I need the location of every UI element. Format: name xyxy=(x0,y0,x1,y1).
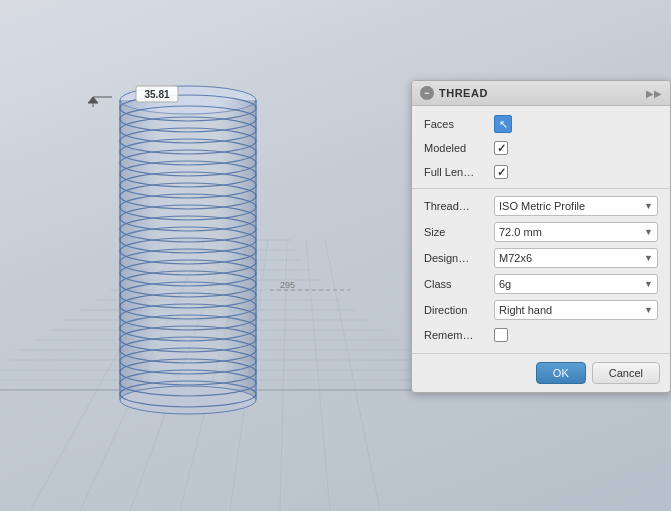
designation-arrow-icon: ▼ xyxy=(644,253,653,263)
faces-label: Faces xyxy=(424,118,494,130)
direction-arrow-icon: ▼ xyxy=(644,305,653,315)
svg-point-55 xyxy=(120,381,256,407)
svg-point-52 xyxy=(120,348,256,374)
designation-label: Design… xyxy=(424,252,494,264)
svg-line-21 xyxy=(306,240,330,511)
direction-value: Right hand xyxy=(499,304,552,316)
svg-point-47 xyxy=(120,293,256,319)
svg-point-32 xyxy=(120,128,256,154)
svg-point-43 xyxy=(120,249,256,275)
class-label: Class xyxy=(424,278,494,290)
svg-point-50 xyxy=(120,326,256,352)
thread-profile-value: ISO Metric Profile xyxy=(499,200,585,212)
svg-text:295: 295 xyxy=(280,280,295,290)
svg-marker-58 xyxy=(88,97,98,103)
faces-cursor-button[interactable] xyxy=(494,115,512,133)
faces-row: Faces xyxy=(412,112,670,136)
direction-row: Direction Right hand ▼ xyxy=(412,297,670,323)
svg-line-19 xyxy=(230,240,268,511)
svg-point-46 xyxy=(120,282,256,308)
thread-panel: − THREAD ▶▶ Faces Modeled Full Len… xyxy=(411,80,671,393)
svg-point-45 xyxy=(120,271,256,297)
cancel-button[interactable]: Cancel xyxy=(592,362,660,384)
svg-rect-59 xyxy=(136,86,178,102)
svg-point-35 xyxy=(120,161,256,187)
designation-dropdown[interactable]: M72x6 ▼ xyxy=(494,248,658,268)
svg-line-20 xyxy=(280,240,287,511)
direction-label: Direction xyxy=(424,304,494,316)
svg-point-24 xyxy=(120,86,256,114)
svg-point-54 xyxy=(120,370,256,396)
size-value: 72.0 mm xyxy=(499,226,542,238)
svg-point-44 xyxy=(120,260,256,286)
designation-row: Design… M72x6 ▼ xyxy=(412,245,670,271)
panel-expand-icon[interactable]: ▶▶ xyxy=(646,88,662,99)
class-row: Class 6g ▼ xyxy=(412,271,670,297)
remember-label: Remem… xyxy=(424,329,494,341)
svg-line-16 xyxy=(80,240,205,511)
svg-text:35.81: 35.81 xyxy=(144,89,169,100)
designation-value: M72x6 xyxy=(499,252,532,264)
svg-point-30 xyxy=(120,106,256,132)
panel-title: THREAD xyxy=(439,87,488,99)
divider-1 xyxy=(412,188,670,189)
svg-point-39 xyxy=(120,205,256,231)
class-arrow-icon: ▼ xyxy=(644,279,653,289)
svg-point-37 xyxy=(120,183,256,209)
thread-profile-dropdown[interactable]: ISO Metric Profile ▼ xyxy=(494,196,658,216)
svg-point-29 xyxy=(120,95,256,121)
full-length-row: Full Len… xyxy=(412,160,670,184)
class-dropdown[interactable]: 6g ▼ xyxy=(494,274,658,294)
direction-dropdown[interactable]: Right hand ▼ xyxy=(494,300,658,320)
svg-line-22 xyxy=(325,240,380,511)
svg-point-41 xyxy=(120,227,256,253)
full-length-label: Full Len… xyxy=(424,166,494,178)
full-length-checkbox[interactable] xyxy=(494,165,508,179)
svg-point-42 xyxy=(120,238,256,264)
svg-point-28 xyxy=(120,386,256,414)
size-label: Size xyxy=(424,226,494,238)
thread-profile-row: Thread… ISO Metric Profile ▼ xyxy=(412,193,670,219)
modeled-label: Modeled xyxy=(424,142,494,154)
svg-line-15 xyxy=(30,240,180,511)
panel-header[interactable]: − THREAD ▶▶ xyxy=(412,81,670,106)
svg-rect-25 xyxy=(120,100,256,400)
size-row: Size 72.0 mm ▼ xyxy=(412,219,670,245)
svg-point-36 xyxy=(120,172,256,198)
svg-line-17 xyxy=(130,240,228,511)
svg-point-49 xyxy=(120,315,256,341)
remember-row: Remem… xyxy=(412,323,670,347)
svg-line-18 xyxy=(180,240,248,511)
modeled-checkbox[interactable] xyxy=(494,141,508,155)
svg-point-33 xyxy=(120,139,256,165)
panel-footer: OK Cancel xyxy=(412,353,670,392)
size-dropdown[interactable]: 72.0 mm ▼ xyxy=(494,222,658,242)
svg-point-38 xyxy=(120,194,256,220)
panel-collapse-icon[interactable]: − xyxy=(420,86,434,100)
panel-body: Faces Modeled Full Len… Thread… I xyxy=(412,106,670,353)
svg-point-40 xyxy=(120,216,256,242)
svg-point-31 xyxy=(120,117,256,143)
svg-point-34 xyxy=(120,150,256,176)
thread-profile-arrow-icon: ▼ xyxy=(644,201,653,211)
thread-profile-label: Thread… xyxy=(424,200,494,212)
svg-point-48 xyxy=(120,304,256,330)
class-value: 6g xyxy=(499,278,511,290)
ok-button[interactable]: OK xyxy=(536,362,586,384)
size-arrow-icon: ▼ xyxy=(644,227,653,237)
modeled-row: Modeled xyxy=(412,136,670,160)
svg-point-53 xyxy=(120,359,256,385)
remember-checkbox[interactable] xyxy=(494,328,508,342)
svg-point-51 xyxy=(120,337,256,363)
